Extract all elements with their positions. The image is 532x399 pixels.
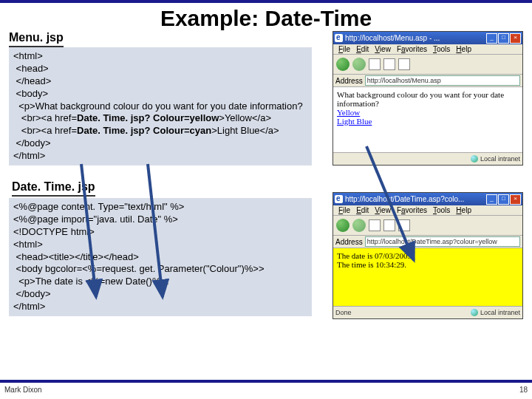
footer-author: Mark Dixon bbox=[4, 386, 42, 394]
maximize-button[interactable]: □ bbox=[498, 33, 509, 44]
minimize-button[interactable]: _ bbox=[486, 194, 497, 205]
page-content: What background colour do you want for y… bbox=[333, 87, 522, 152]
footer-page: 18 bbox=[519, 386, 528, 394]
titlebar: http://localhost/DateTime.asp?colo... _ … bbox=[333, 193, 522, 205]
back-button[interactable] bbox=[336, 58, 349, 71]
zone-icon bbox=[471, 155, 478, 163]
address-label: Address bbox=[335, 77, 363, 85]
close-button[interactable]: × bbox=[510, 194, 521, 205]
address-field[interactable]: http://localhost/DateTime.asp?colour=yel… bbox=[365, 236, 520, 247]
page-content: The date is 07/03/2005. The time is 10:3… bbox=[333, 248, 522, 306]
refresh-icon[interactable] bbox=[383, 58, 395, 70]
minimize-button[interactable]: _ bbox=[486, 33, 497, 44]
code-menu: <html> <head> </head> <body> <p>What bac… bbox=[9, 47, 312, 166]
link-lightblue[interactable]: Light Blue bbox=[337, 117, 372, 126]
stop-icon[interactable] bbox=[369, 219, 381, 231]
close-button[interactable]: × bbox=[510, 33, 521, 44]
home-icon[interactable] bbox=[398, 58, 410, 70]
titlebar: http://localhost/Menu.asp - ... _ □ × bbox=[333, 32, 522, 44]
browser-window-datetime: http://localhost/DateTime.asp?colo... _ … bbox=[332, 192, 523, 319]
ie-icon bbox=[335, 195, 343, 203]
address-label: Address bbox=[335, 238, 363, 246]
zone-icon bbox=[471, 309, 478, 316]
maximize-button[interactable]: □ bbox=[498, 194, 509, 205]
forward-button[interactable] bbox=[352, 219, 366, 232]
forward-button[interactable] bbox=[352, 58, 366, 71]
section-label-menu: Menu. jsp bbox=[9, 31, 64, 47]
section-label-datetime: Date. Time. jsp bbox=[12, 180, 95, 197]
link-yellow[interactable]: Yellow bbox=[337, 108, 360, 117]
address-field[interactable]: http://localhost/Menu.asp bbox=[365, 75, 520, 86]
slide-title: Example: Date-Time bbox=[0, 6, 532, 31]
ie-icon bbox=[335, 34, 343, 42]
stop-icon[interactable] bbox=[369, 58, 381, 70]
menubar[interactable]: FileEditViewFavoritesToolsHelp bbox=[333, 205, 522, 216]
code-datetime: <%@page content. Type="text/html" %> <%@… bbox=[9, 198, 312, 316]
browser-window-menu: http://localhost/Menu.asp - ... _ □ × Fi… bbox=[332, 31, 523, 166]
home-icon[interactable] bbox=[398, 219, 410, 231]
toolbar bbox=[333, 216, 522, 236]
menubar[interactable]: FileEditViewFavoritesToolsHelp bbox=[333, 44, 522, 55]
back-button[interactable] bbox=[336, 219, 349, 232]
toolbar bbox=[333, 55, 522, 75]
refresh-icon[interactable] bbox=[383, 219, 395, 231]
